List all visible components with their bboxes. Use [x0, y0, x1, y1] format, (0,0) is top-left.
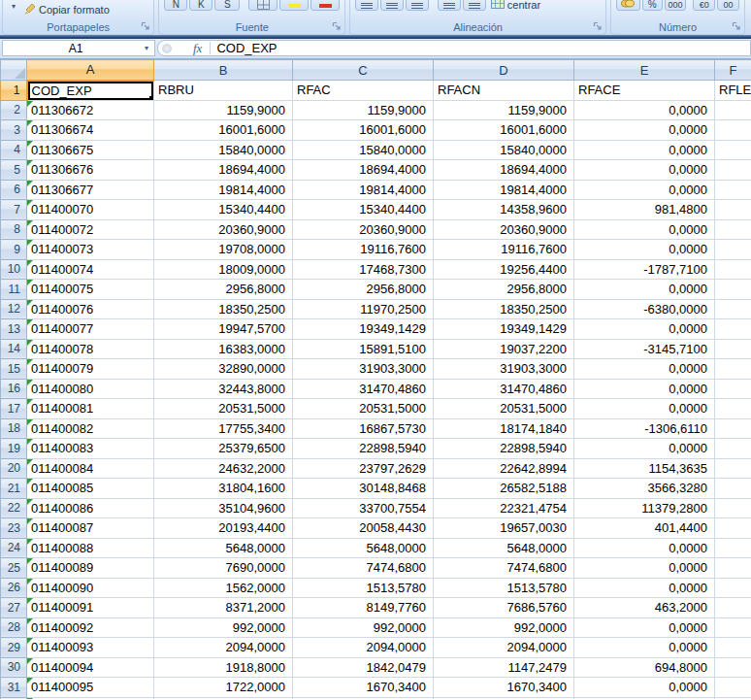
grid-cell[interactable]: 22642,8994	[434, 458, 574, 479]
grid-cell[interactable]: 2094,0000	[293, 638, 434, 658]
formula-input[interactable]: COD_EXP	[216, 41, 277, 55]
grid-cell[interactable]: 011306674	[27, 120, 154, 141]
grid-cell[interactable]: 15891,5100	[293, 339, 434, 359]
grid-cell[interactable]: 0,0000	[574, 280, 715, 300]
grid-cell[interactable]: 19037,2200	[434, 339, 574, 359]
grid-cell[interactable]	[715, 518, 751, 539]
row-header-16[interactable]: 16	[1, 379, 27, 399]
grid-cell[interactable]: 011400080	[27, 379, 154, 399]
bold-button[interactable]: N	[164, 0, 187, 11]
grid-cell[interactable]: 011306672	[27, 100, 154, 120]
grid-cell[interactable]	[715, 160, 751, 181]
grid-cell[interactable]: 7474,6800	[434, 558, 574, 579]
grid-cell[interactable]: 011400072	[27, 219, 154, 240]
grid-cell[interactable]	[715, 219, 751, 240]
grid-cell[interactable]: -1787,7100	[574, 259, 715, 280]
grid-cell[interactable]: 31903,3000	[434, 359, 574, 380]
row-header-21[interactable]: 21	[1, 479, 27, 499]
row-header-3[interactable]: 3	[1, 120, 27, 141]
name-box-dropdown-icon[interactable]: ▾	[139, 44, 154, 52]
merge-center-button[interactable]: Combinar y centrar	[487, 0, 602, 11]
grid-cell[interactable]: 011400076	[27, 299, 154, 319]
grid-cell[interactable]: 992,0000	[154, 617, 293, 638]
align-left-button[interactable]	[355, 0, 378, 11]
grid-cell[interactable]: 22898,5940	[293, 439, 434, 459]
grid-cell[interactable]: 1159,9000	[154, 100, 293, 120]
grid-cell[interactable]: 33700,7554	[293, 498, 434, 518]
grid-cell[interactable]	[715, 538, 751, 558]
grid-cell[interactable]: 463,2000	[574, 598, 715, 618]
grid-cell[interactable]: 011400083	[27, 439, 154, 459]
row-header-32[interactable]: 32	[1, 697, 27, 699]
grid-cell[interactable]: 20624,1000	[154, 697, 293, 699]
row-header-15[interactable]: 15	[1, 359, 27, 380]
row-header-20[interactable]: 20	[1, 458, 27, 479]
row-header-14[interactable]: 14	[1, 339, 27, 359]
grid-cell[interactable]: 25379,6500	[154, 439, 293, 459]
grid-cell[interactable]: 32890,0000	[154, 359, 293, 380]
grid-cell[interactable]: 1670,3400	[293, 678, 434, 698]
row-header-30[interactable]: 30	[1, 657, 27, 678]
align-right-button[interactable]	[406, 0, 429, 11]
grid-cell[interactable]: 0,0000	[574, 638, 715, 658]
row-header-11[interactable]: 11	[1, 280, 27, 300]
select-all-corner[interactable]	[1, 60, 27, 81]
grid-cell[interactable]: 011400092	[27, 617, 154, 638]
insert-function-button[interactable]: fx	[185, 41, 210, 56]
grid-cell[interactable]: 31804,1600	[154, 479, 293, 499]
grid-cell[interactable]: 011400074	[27, 259, 154, 280]
grid-cell[interactable]	[715, 259, 751, 280]
grid-cell[interactable]: 0,0000	[574, 678, 715, 698]
grid-cell[interactable]: 18694,4000	[293, 160, 434, 181]
grid-cell[interactable]	[715, 578, 751, 598]
row-header-25[interactable]: 25	[1, 558, 27, 579]
grid-cell[interactable]	[715, 617, 751, 638]
grid-cell[interactable]	[715, 697, 751, 699]
grid-cell[interactable]: 2956,8000	[434, 280, 574, 300]
grid-cell[interactable]: 011400086	[27, 498, 154, 518]
grid-cell[interactable]: 0,0000	[574, 180, 715, 200]
row-header-28[interactable]: 28	[1, 617, 27, 638]
grid-cell[interactable]: 0,0000	[574, 697, 715, 699]
decrease-decimal-button[interactable]: 00	[717, 0, 739, 11]
column-header-E[interactable]: E	[574, 60, 715, 81]
grid-cell[interactable]: 20058,4430	[293, 518, 434, 539]
grid-cell[interactable]: 0,0000	[574, 120, 715, 141]
grid-cell[interactable]: 011400084	[27, 458, 154, 479]
row-header-13[interactable]: 13	[1, 319, 27, 340]
grid-cell[interactable]: 1842,0479	[293, 657, 434, 678]
grid-cell[interactable]: 011400070	[27, 200, 154, 220]
column-header-D[interactable]: D	[434, 60, 574, 81]
grid-cell[interactable]: RFLEP	[715, 81, 751, 101]
grid-cell[interactable]	[715, 379, 751, 399]
grid-cell[interactable]	[715, 200, 751, 220]
row-header-23[interactable]: 23	[1, 518, 27, 539]
name-box[interactable]: A1 ▾	[2, 40, 155, 56]
row-header-12[interactable]: 12	[1, 299, 27, 319]
row-header-18[interactable]: 18	[1, 418, 27, 439]
row-header-27[interactable]: 27	[1, 598, 27, 618]
grid-cell[interactable]: 0,0000	[574, 379, 715, 399]
borders-button[interactable]	[248, 0, 278, 11]
grid-cell[interactable]: RFACE	[574, 81, 715, 101]
grid-cell[interactable]: 1562,0000	[154, 578, 293, 598]
grid-cell[interactable]: 1670,3400	[434, 678, 574, 698]
grid-cell[interactable]: 011400088	[27, 538, 154, 558]
grid-cell[interactable]: 15840,0000	[293, 140, 434, 160]
grid-cell[interactable]: 0,0000	[574, 319, 715, 340]
grid-cell[interactable]: 20360,9000	[293, 219, 434, 240]
grid-cell[interactable]: 20624,1000	[293, 697, 434, 699]
grid-cell[interactable]: 1159,9000	[434, 100, 574, 120]
font-color-button[interactable]	[310, 0, 340, 11]
grid-cell[interactable]: 19814,4000	[434, 180, 574, 200]
grid-cell[interactable]: 18174,1840	[434, 418, 574, 439]
grid-cell[interactable]: 011400079	[27, 359, 154, 380]
grid-cell[interactable]: 2956,8000	[293, 280, 434, 300]
grid-cell[interactable]: 1918,8000	[154, 657, 293, 678]
grid-cell[interactable]: 31470,4860	[293, 379, 434, 399]
grid-cell[interactable]	[715, 100, 751, 120]
grid-cell[interactable]: RFACN	[434, 81, 574, 101]
grid-cell[interactable]	[715, 598, 751, 618]
grid-cell[interactable]: 16867,5730	[293, 418, 434, 439]
grid-cell[interactable]: 1513,5780	[293, 578, 434, 598]
